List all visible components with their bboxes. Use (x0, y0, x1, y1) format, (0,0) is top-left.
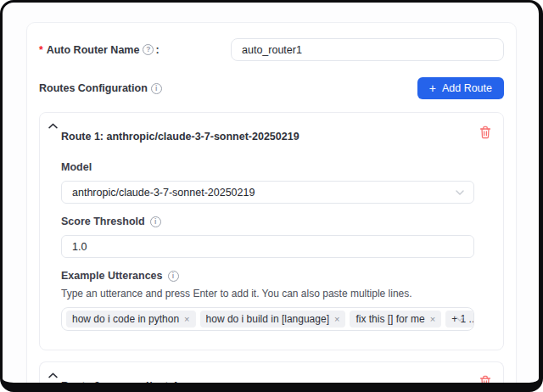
plus-icon: + (429, 82, 436, 94)
routes-configuration-label-text: Routes Configuration (39, 82, 148, 94)
auto-router-name-label-text: Auto Router Name (47, 44, 140, 56)
remove-tag-icon[interactable]: × (334, 315, 339, 324)
label-colon: : (155, 44, 159, 56)
add-route-button[interactable]: + Add Route (417, 77, 504, 99)
app-window: * Auto Router Name ? : Routes Configurat… (0, 0, 543, 392)
info-icon[interactable]: i (168, 271, 179, 282)
help-icon[interactable]: ? (143, 44, 154, 55)
routes-configuration-row: Routes Configuration i + Add Route (39, 77, 504, 99)
chevron-up-icon[interactable] (48, 372, 58, 378)
delete-route-2-button[interactable] (479, 375, 491, 389)
utterance-tag: fix this [] for me × (350, 311, 441, 328)
utterances-hint: Type an utterance and press Enter to add… (61, 288, 474, 300)
chevron-down-icon (456, 190, 464, 195)
utterances-tags-input[interactable]: how do i code in python × how do i build… (61, 307, 474, 331)
info-icon[interactable]: i (151, 83, 162, 94)
utterance-tag: how do i code in python × (66, 311, 196, 328)
auto-router-name-label: * Auto Router Name ? : (39, 44, 231, 56)
required-asterisk: * (39, 44, 43, 56)
remove-tag-icon[interactable]: × (430, 315, 435, 324)
chevron-down-icon (456, 316, 464, 322)
model-select[interactable]: anthropic/claude-3-7-sonnet-20250219 (61, 181, 474, 204)
utterance-tag: how do i build in [language] × (200, 311, 346, 328)
routes-configuration-label: Routes Configuration i (39, 82, 162, 94)
score-threshold-label: Score Threshold i (61, 216, 474, 227)
auto-router-name-row: * Auto Router Name ? : (39, 38, 504, 61)
model-label: Model (61, 161, 474, 173)
route-1-header[interactable]: Route 1: anthropic/claude-3-7-sonnet-202… (40, 113, 503, 148)
auto-router-form-card: * Auto Router Name ? : Routes Configurat… (26, 22, 517, 392)
route-2-title: Route 2: azure_ai/gpt-4o (61, 380, 184, 392)
route-2-panel: Route 2: azure_ai/gpt-4o (39, 361, 504, 392)
trash-icon (479, 126, 491, 139)
delete-route-1-button[interactable] (479, 126, 491, 139)
route-2-header[interactable]: Route 2: azure_ai/gpt-4o (40, 362, 503, 392)
score-threshold-input[interactable] (61, 235, 474, 258)
model-select-value: anthropic/claude-3-7-sonnet-20250219 (72, 187, 255, 199)
auto-router-name-input[interactable] (231, 38, 504, 61)
route-1-panel: Route 1: anthropic/claude-3-7-sonnet-202… (39, 112, 504, 350)
trash-icon (479, 375, 491, 389)
route-1-title: Route 1: anthropic/claude-3-7-sonnet-202… (61, 131, 299, 143)
example-utterances-label-text: Example Utterances (61, 270, 163, 282)
utterance-tag-text: how do i build in [language] (206, 313, 329, 325)
info-icon[interactable]: i (150, 216, 161, 227)
utterance-tag-text: how do i code in python (72, 313, 179, 325)
add-route-button-label: Add Route (442, 82, 492, 94)
remove-tag-icon[interactable]: × (184, 315, 189, 324)
score-threshold-label-text: Score Threshold (61, 216, 145, 227)
model-label-text: Model (61, 161, 92, 173)
chevron-up-icon[interactable] (48, 123, 58, 129)
example-utterances-label: Example Utterances i (61, 270, 474, 282)
route-1-body: Model anthropic/claude-3-7-sonnet-202502… (40, 148, 503, 350)
utterance-tag-text: fix this [] for me (355, 313, 424, 325)
